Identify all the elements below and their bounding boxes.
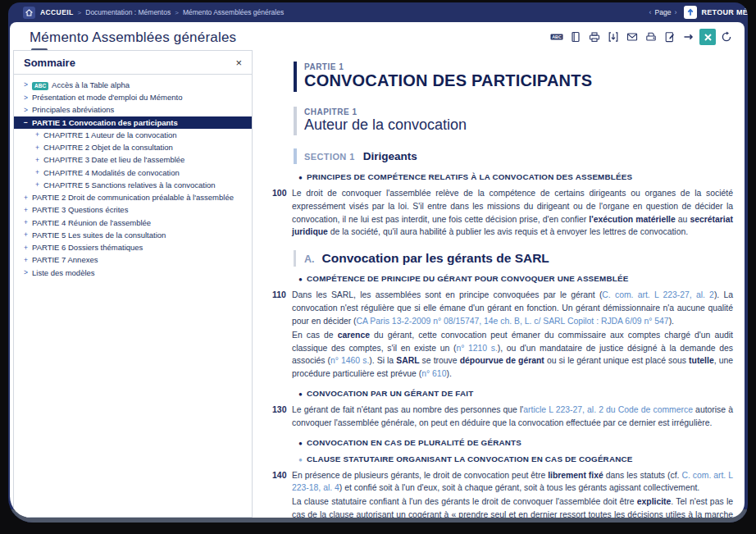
body-text: ) et confié soit à l'un d'eux, soit à ch… xyxy=(339,483,699,492)
note-icon[interactable] xyxy=(662,29,678,45)
partie-heading: PARTIE 1 CONVOCATION DES PARTICIPANTS xyxy=(294,62,733,92)
retour-memento-button[interactable]: RETOUR MÉ xyxy=(684,6,748,19)
arrow-up-icon xyxy=(684,6,697,19)
paragraph-line: En cas de carence du gérant, cette convo… xyxy=(292,329,733,381)
sidebar-item-label: PARTIE 4 Réunion de l'assemblée xyxy=(32,218,151,228)
citation-link[interactable]: n° 1460 s. xyxy=(330,356,369,365)
sidebar-item[interactable]: >Présentation et mode d'emploi du Mément… xyxy=(14,91,252,103)
paragraph-number: 140 xyxy=(272,469,292,518)
book-icon[interactable] xyxy=(567,29,584,45)
tree-toggle-icon[interactable]: + xyxy=(35,155,43,164)
body-text: ). xyxy=(669,317,674,326)
citation-link[interactable]: n° 1210 s. xyxy=(456,344,497,353)
document-toolbar: ABC xyxy=(549,29,735,45)
sidebar-item-label: CHAPITRE 1 Auteur de la convocation xyxy=(43,130,177,140)
tree-toggle-icon[interactable]: − xyxy=(24,118,32,127)
sidebar-item[interactable]: +CHAPITRE 4 Modalités de convocation xyxy=(14,167,252,179)
page-next-chevron-icon[interactable]: › xyxy=(674,8,676,16)
sidebar-item[interactable]: −PARTIE 1 Convocation des participants xyxy=(14,116,252,129)
run-in-heading: ●CLAUSE STATUTAIRE ORGANISANT LA CONVOCA… xyxy=(298,454,733,463)
citation-link[interactable]: n° 610 xyxy=(421,369,446,378)
breadcrumb-bar: ACCUEIL > Documentation : Mémentos > Mém… xyxy=(8,2,748,22)
section-title: Dirigeants xyxy=(363,150,417,162)
tree-toggle-icon[interactable]: > xyxy=(24,268,32,277)
tree-toggle-icon[interactable]: + xyxy=(35,168,43,177)
breadcrumb-item[interactable]: Mémento Assemblées générales xyxy=(183,8,284,16)
print-icon[interactable] xyxy=(586,29,603,45)
history-icon[interactable] xyxy=(718,29,735,45)
tree-toggle-icon[interactable]: > xyxy=(24,93,32,102)
bullet-icon: ● xyxy=(298,276,303,283)
bold-text: explicite xyxy=(637,497,672,506)
sommaire-sidebar: Sommaire × >ABCAccès à la Table alpha>Pr… xyxy=(13,50,253,518)
run-in-heading: ●CONVOCATION PAR UN GÉRANT DE FAIT xyxy=(298,389,733,398)
sidebar-item[interactable]: >Liste des modèles xyxy=(14,267,252,279)
tree-toggle-icon[interactable]: > xyxy=(24,80,32,89)
run-in-heading: ●PRINCIPES DE COMPÉTENCE RELATIFS À LA C… xyxy=(298,172,733,181)
spellcheck-abc-icon[interactable]: ABC xyxy=(549,29,565,45)
body-text: dans les statuts (cf. xyxy=(603,471,682,480)
tree-toggle-icon[interactable]: + xyxy=(35,130,43,139)
paragraph-number: 100 xyxy=(272,187,292,240)
tree-toggle-icon[interactable]: + xyxy=(24,255,32,264)
retour-label: RETOUR MÉ xyxy=(701,8,748,16)
document-content: PARTIE 1 CONVOCATION DES PARTICIPANTS CH… xyxy=(262,52,741,518)
sidebar-item[interactable]: +PARTIE 4 Réunion de l'assemblée xyxy=(14,217,252,229)
sidebar-item-label: PARTIE 1 Convocation des participants xyxy=(32,118,178,128)
sidebar-item-label: PARTIE 5 Les suites de la consultation xyxy=(32,230,166,240)
tree-toggle-icon[interactable]: + xyxy=(24,218,32,227)
paragraph-body: Dans les SARL, les assemblées sont en pr… xyxy=(292,289,733,381)
sidebar-item[interactable]: >ABCAccès à la Table alpha xyxy=(14,79,252,91)
sidebar-item-label: PARTIE 7 Annexes xyxy=(32,255,98,265)
citation-link[interactable]: article L 223-27, al. 2 du Code de comme… xyxy=(523,405,693,414)
tree-toggle-icon[interactable]: > xyxy=(24,105,32,114)
bold-text: l'exécution matérielle xyxy=(589,215,675,224)
sidebar-item[interactable]: +PARTIE 7 Annexes xyxy=(14,254,252,267)
sidebar-item-label: CHAPITRE 2 Objet de la consultation xyxy=(43,143,173,153)
sidebar-item[interactable]: +CHAPITRE 1 Auteur de la convocation xyxy=(14,129,252,141)
citation-link[interactable]: C. com. art. L 223-27, al. 2 xyxy=(602,290,714,299)
body-text: En présence de plusieurs gérants, le dro… xyxy=(292,471,548,480)
sidebar-item-label: PARTIE 3 Questions écrites xyxy=(32,205,128,215)
body-text: au xyxy=(676,215,690,224)
abc-badge: ABC xyxy=(32,82,48,90)
arrow-right-icon[interactable] xyxy=(681,29,697,45)
tree-toggle-icon[interactable]: + xyxy=(24,193,32,202)
section-heading: SECTION 1 Dirigeants xyxy=(294,148,733,164)
bullet-icon: ● xyxy=(298,174,303,181)
export-icon[interactable] xyxy=(605,29,622,45)
sommaire-header: Sommaire × xyxy=(14,51,252,75)
sidebar-item[interactable]: >Principales abréviations xyxy=(14,104,252,116)
breadcrumb-separator: > xyxy=(175,9,179,16)
sidebar-item-label: Présentation et mode d'emploi du Mémento xyxy=(32,93,182,103)
subsection-letter: A. xyxy=(304,253,315,265)
email-icon[interactable] xyxy=(624,29,640,45)
tree-toggle-icon[interactable]: + xyxy=(35,180,43,189)
sidebar-item[interactable]: +PARTIE 2 Droit de communication préalab… xyxy=(14,191,252,203)
close-icon[interactable] xyxy=(699,29,716,45)
subsection-title: Convocation par les gérants de SARL xyxy=(322,251,549,266)
paragraph-body: Le gérant de fait n'étant pas au nombre … xyxy=(292,404,733,431)
tree-toggle-icon[interactable]: + xyxy=(24,230,32,240)
page-prev-chevron-icon[interactable]: ‹ xyxy=(649,8,652,16)
close-icon[interactable]: × xyxy=(234,57,244,68)
tree-toggle-icon[interactable]: + xyxy=(24,243,32,252)
citation-link[interactable]: CA Paris 13-2-2009 n° 08/15747, 14e ch. … xyxy=(357,317,669,326)
sidebar-item[interactable]: +CHAPITRE 2 Objet de la consultation xyxy=(14,141,252,153)
body-text: se trouve xyxy=(420,356,460,365)
fax-icon[interactable] xyxy=(643,29,659,45)
paragraph-body: En présence de plusieurs gérants, le dro… xyxy=(292,469,733,518)
tree-toggle-icon[interactable]: + xyxy=(24,205,32,214)
sidebar-item[interactable]: +PARTIE 6 Dossiers thématiques xyxy=(14,241,252,253)
sidebar-item[interactable]: +CHAPITRE 5 Sanctions relatives à la con… xyxy=(14,179,252,191)
breadcrumb-home-link[interactable]: ACCUEIL xyxy=(40,8,74,16)
sidebar-item[interactable]: +PARTIE 5 Les suites de la consultation xyxy=(14,229,252,241)
bold-text: dépourvue de gérant xyxy=(460,356,544,365)
tree-toggle-icon[interactable]: + xyxy=(35,143,43,152)
bold-text: tutelle xyxy=(689,356,714,365)
home-icon[interactable] xyxy=(23,7,35,19)
sidebar-item[interactable]: +PARTIE 3 Questions écrites xyxy=(14,204,252,217)
breadcrumb-item[interactable]: Documentation : Mémentos xyxy=(85,8,171,16)
sidebar-item[interactable]: +CHAPITRE 3 Date et lieu de l'assemblée xyxy=(14,154,252,167)
body-text: ou si le gérant unique est placé sous xyxy=(544,356,689,365)
